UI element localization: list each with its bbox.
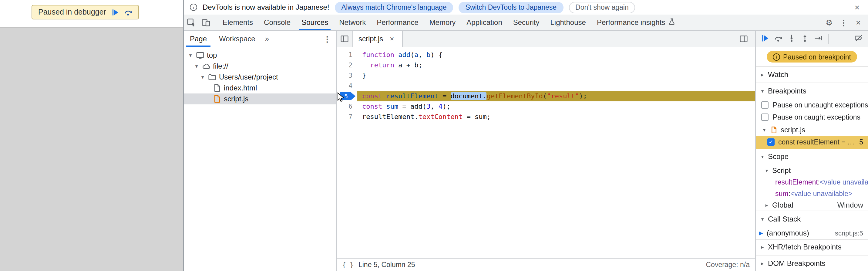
tab-network[interactable]: Network	[334, 14, 371, 30]
tab-memory[interactable]: Memory	[424, 14, 461, 30]
paused-in-debugger-label: Paused in debugger	[38, 8, 106, 17]
section-scope[interactable]: Scope	[756, 148, 868, 164]
device-toolbar-icon[interactable]	[198, 14, 213, 30]
step-icon[interactable]	[814, 34, 823, 44]
deactivate-breakpoints-icon[interactable]	[855, 34, 863, 44]
code-text[interactable]: function add(a, b) {	[357, 50, 755, 60]
settings-gear-icon[interactable]	[823, 18, 835, 27]
infobar-close-icon[interactable]	[852, 3, 862, 11]
step-out-icon[interactable]	[801, 34, 809, 44]
collapse-arrow-icon[interactable]	[764, 168, 770, 174]
line-number[interactable]: 3	[337, 70, 357, 81]
inspect-element-icon[interactable]	[184, 14, 198, 30]
devtools-main-toolbar: Elements Console Sources Network Perform…	[184, 14, 868, 31]
switch-to-japanese-button[interactable]: Switch DevTools to Japanese	[459, 2, 563, 13]
code-line: 3}	[337, 70, 755, 81]
pause-caught-checkbox[interactable]	[761, 114, 769, 121]
paused-on-breakpoint-badge: Paused on breakpoint	[767, 51, 857, 62]
section-breakpoints[interactable]: Breakpoints	[756, 83, 868, 99]
breakpoint-file-group[interactable]: script.js	[756, 123, 868, 136]
step-over-icon[interactable]	[124, 8, 132, 17]
tab-application[interactable]: Application	[461, 14, 507, 30]
collapse-arrow-icon[interactable]	[760, 88, 766, 94]
editor-tab-script-js[interactable]: script.js	[352, 31, 402, 47]
navigator-menu-kebab-icon[interactable]	[318, 31, 336, 47]
info-icon	[773, 53, 780, 60]
tree-item-file-protocol[interactable]: file://	[184, 61, 336, 71]
expand-arrow-icon[interactable]	[193, 63, 199, 69]
tree-item-project-folder[interactable]: Users/user/project	[184, 71, 336, 83]
collapse-arrow-icon[interactable]	[760, 244, 766, 250]
pause-uncaught-exceptions-row: Pause on uncaught exceptions	[756, 99, 868, 111]
line-number[interactable]: 7	[337, 112, 357, 122]
collapse-arrow-icon[interactable]	[760, 154, 766, 160]
file-js-icon	[213, 95, 221, 103]
toggle-debugger-sidebar-icon[interactable]	[736, 35, 751, 43]
line-number[interactable]: 4	[337, 81, 357, 91]
page-dimmed-content	[0, 27, 183, 271]
step-into-icon[interactable]	[787, 34, 796, 44]
tab-performance[interactable]: Performance	[371, 14, 424, 30]
breakpoint-snippet-label: const resultElement = doc…	[778, 139, 856, 146]
collapse-arrow-icon[interactable]	[760, 260, 766, 266]
devtools-close-icon[interactable]	[852, 18, 864, 27]
collapse-arrow-icon[interactable]	[760, 216, 766, 222]
tab-security[interactable]: Security	[508, 14, 545, 30]
paused-status-row: Paused on breakpoint	[756, 47, 868, 66]
file-js-icon	[770, 126, 778, 133]
code-line: 2 return a + b;	[337, 60, 755, 70]
call-stack-frame[interactable]: (anonymous) script.js:5	[756, 227, 868, 239]
code-text[interactable]	[357, 81, 755, 91]
expand-arrow-icon[interactable]	[187, 52, 193, 58]
file-icon	[213, 84, 221, 92]
step-over-icon[interactable]	[774, 34, 782, 44]
scope-global-group[interactable]: Global Window	[756, 199, 868, 211]
section-dom-breakpoints[interactable]: DOM Breakpoints	[756, 255, 868, 271]
tree-item-index-html[interactable]: index.html	[184, 83, 336, 93]
collapse-arrow-icon[interactable]	[761, 126, 767, 132]
pause-uncaught-checkbox[interactable]	[761, 101, 769, 108]
tab-performance-insights[interactable]: Performance insights	[591, 14, 680, 30]
breakpoint-enabled-checkbox[interactable]	[767, 139, 775, 146]
code-text[interactable]: }	[357, 70, 755, 81]
scope-script-group[interactable]: Script	[756, 164, 868, 176]
section-call-stack[interactable]: Call Stack	[756, 211, 868, 227]
navigator-tab-workspace[interactable]: Workspace	[213, 31, 261, 47]
always-match-language-button[interactable]: Always match Chrome's language	[335, 2, 454, 13]
current-frame-icon	[759, 230, 763, 236]
close-tab-icon[interactable]	[387, 35, 396, 42]
breakpoint-entry[interactable]: const resultElement = doc… 5	[756, 136, 868, 148]
code-text[interactable]: const sum = add(3, 4);	[357, 101, 755, 112]
tab-console[interactable]: Console	[258, 14, 296, 30]
expand-arrow-icon[interactable]	[199, 74, 206, 80]
line-number[interactable]: 1	[337, 50, 357, 60]
code-editor[interactable]: 1function add(a, b) {2 return a + b;3}45…	[337, 47, 755, 258]
tree-item-top[interactable]: top	[184, 50, 336, 61]
resume-script-icon[interactable]	[111, 8, 119, 16]
frame-location-label: script.js:5	[835, 229, 863, 236]
experiment-flask-icon	[668, 18, 675, 27]
tab-lighthouse[interactable]: Lighthouse	[545, 14, 591, 30]
resume-script-icon[interactable]	[761, 34, 769, 44]
code-text[interactable]: resultElement.textContent = sum;	[357, 112, 755, 122]
scope-variable-row: resultElement <value unavailable>	[756, 176, 868, 187]
section-xhr-breakpoints[interactable]: XHR/fetch Breakpoints	[756, 239, 868, 255]
toggle-navigator-icon[interactable]	[337, 31, 352, 47]
dont-show-again-button[interactable]: Don't show again	[569, 2, 636, 13]
variable-name: sum	[775, 190, 790, 197]
tab-sources[interactable]: Sources	[296, 14, 334, 30]
code-text[interactable]: const resultElement = document.getElemen…	[357, 91, 755, 101]
tree-item-script-js[interactable]: script.js	[184, 93, 336, 104]
tab-elements[interactable]: Elements	[217, 14, 258, 30]
code-text[interactable]: return a + b;	[357, 60, 755, 70]
code-line: 1function add(a, b) {	[337, 50, 755, 60]
line-number[interactable]: 2	[337, 60, 357, 70]
more-tabs-icon[interactable]	[261, 31, 273, 47]
collapse-arrow-icon[interactable]	[760, 71, 766, 78]
pretty-print-icon[interactable]	[342, 261, 353, 268]
collapse-arrow-icon[interactable]	[764, 202, 770, 208]
section-watch[interactable]: Watch	[756, 66, 868, 83]
navigator-tab-page[interactable]: Page	[184, 31, 213, 47]
pause-caught-exceptions-row: Pause on caught exceptions	[756, 111, 868, 123]
devtools-menu-kebab-icon[interactable]	[838, 18, 850, 27]
